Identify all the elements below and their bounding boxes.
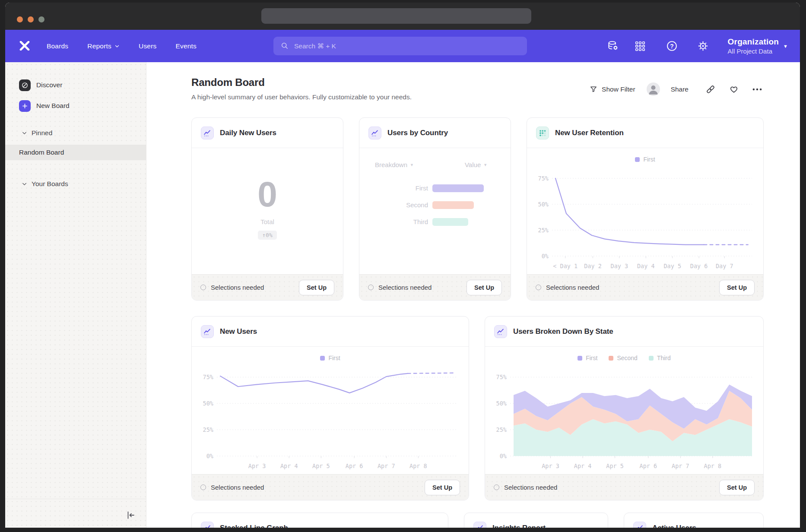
line-chart-icon (201, 325, 214, 338)
set-up-button[interactable]: Set Up (299, 280, 334, 295)
window-zoom-button[interactable] (38, 16, 44, 22)
top-nav: Boards Reports Users Events Search ⌘ + K (5, 30, 800, 62)
search-placeholder: Search ⌘ + K (294, 42, 336, 50)
card-title: Users Broken Down By State (513, 327, 613, 336)
card-stacked-line-graph: Stacked Line Graph (191, 513, 448, 528)
legend-item: First (320, 355, 340, 361)
show-filter-button[interactable]: Show Filter (589, 85, 635, 94)
window-minimize-button[interactable] (28, 16, 34, 22)
card-footer: Selections needed Set Up (192, 474, 469, 500)
sidebar-item-random-board[interactable]: Random Board (5, 145, 146, 160)
svg-text:Day 2: Day 2 (584, 263, 602, 269)
sidebar-section-pinned[interactable]: Pinned (5, 129, 146, 137)
status-circle-icon (200, 285, 206, 290)
status-circle-icon (536, 285, 541, 290)
cards-row-2: New Users First 0%25%50%75%Apr 3Apr 4Apr… (191, 316, 764, 500)
legend-label: Third (657, 355, 671, 361)
collapse-sidebar-icon[interactable] (124, 509, 136, 521)
svg-text:50%: 50% (538, 201, 549, 208)
nav-right-controls: ? Organization All Project Data ▼ (607, 37, 788, 55)
avatar[interactable] (647, 82, 660, 96)
card-header: Users by Country (359, 118, 511, 148)
svg-text:Day 4: Day 4 (637, 263, 655, 269)
nav-item-users[interactable]: Users (139, 42, 156, 50)
cards-row-1: Daily New Users 0 Total ↑0% Selections n… (191, 117, 764, 301)
search-input[interactable]: Search ⌘ + K (273, 37, 527, 55)
mixpanel-logo-icon[interactable] (19, 41, 30, 51)
nav-item-events[interactable]: Events (175, 42, 197, 50)
set-up-button[interactable]: Set Up (425, 480, 460, 495)
board-header: Random Board A high-level summary of use… (191, 76, 764, 101)
card-title: Users by Country (387, 129, 448, 137)
card-users-by-state: Users Broken Down By State FirstSecondTh… (485, 316, 764, 500)
breakdown-row: Third (359, 213, 511, 230)
help-icon[interactable]: ? (666, 40, 679, 53)
card-new-user-retention: New User Retention First 0%25%50%75%< Da… (527, 117, 764, 301)
status-label: Selections needed (378, 284, 432, 291)
set-up-button[interactable]: Set Up (719, 480, 755, 495)
board-actions: Show Filter Share (589, 82, 764, 96)
sidebar-item-new-board[interactable]: New Board (5, 100, 146, 112)
chevron-down-icon[interactable]: ▼ (783, 44, 788, 49)
status-label: Selections needed (546, 284, 599, 291)
metric-label: Total (260, 218, 274, 225)
card-title: Daily New Users (220, 129, 276, 137)
card-header: Users Broken Down By State (485, 317, 763, 347)
nav-item-reports[interactable]: Reports (87, 42, 120, 50)
svg-text:?: ? (670, 43, 673, 50)
status-label: Selections needed (504, 484, 557, 491)
card-header: Stacked Line Graph (192, 513, 448, 528)
svg-text:25%: 25% (538, 227, 549, 234)
sidebar: Discover New Board Pinned Random Board (5, 62, 146, 528)
card-daily-new-users: Daily New Users 0 Total ↑0% Selections n… (191, 117, 343, 301)
svg-text:Apr 7: Apr 7 (378, 462, 395, 469)
card-header: New User Retention (527, 118, 763, 148)
card-users-by-country: Users by Country Breakdown ▼ Value ▼ (359, 117, 511, 301)
new-users-chart: 0%25%50%75%Apr 3Apr 4Apr 5Apr 6Apr 7Apr … (192, 361, 469, 474)
copy-link-icon[interactable] (704, 83, 717, 96)
line-chart-icon (494, 325, 507, 338)
card-footer: Selections needed Set Up (527, 274, 763, 300)
breakdown-rows: FirstSecondThird (359, 180, 511, 230)
value-column-dropdown[interactable]: Value ▼ (465, 161, 487, 168)
sidebar-item-label: Random Board (19, 149, 64, 156)
org-switcher[interactable]: Organization All Project Data (728, 37, 779, 55)
set-up-button[interactable]: Set Up (466, 280, 502, 295)
share-button[interactable]: Share (671, 86, 689, 93)
svg-text:Day 7: Day 7 (716, 263, 733, 269)
card-title: Active Users (652, 524, 696, 528)
breakdown-row-label: Third (359, 218, 428, 225)
nav-item-label: Users (139, 42, 156, 50)
legend-swatch (609, 356, 613, 361)
status-circle-icon (200, 484, 206, 490)
set-up-button[interactable]: Set Up (719, 280, 755, 295)
sidebar-divider (5, 499, 146, 499)
favorite-heart-icon[interactable] (727, 83, 740, 96)
breakdown-row-label: Second (359, 201, 428, 209)
svg-text:Apr 6: Apr 6 (640, 462, 657, 469)
card-title: Stacked Line Graph (220, 524, 288, 528)
svg-text:Apr 3: Apr 3 (248, 462, 266, 469)
status-label: Selections needed (211, 484, 264, 491)
svg-text:75%: 75% (538, 175, 549, 182)
svg-text:0%: 0% (542, 253, 549, 260)
data-management-icon[interactable] (607, 40, 620, 53)
sidebar-section-your-boards[interactable]: Your Boards (5, 180, 146, 188)
cards-row-3: Stacked Line Graph Insights Report (191, 513, 764, 528)
svg-text:50%: 50% (496, 400, 507, 407)
card-title: Insights Report (492, 524, 546, 528)
status: Selections needed (494, 484, 719, 491)
breakdown-column-dropdown[interactable]: Breakdown ▼ (375, 161, 414, 168)
svg-text:Apr 6: Apr 6 (346, 462, 363, 469)
nav-item-boards[interactable]: Boards (47, 42, 68, 50)
legend-swatch (635, 157, 640, 162)
more-options-icon[interactable] (751, 83, 764, 96)
address-bar[interactable] (261, 8, 531, 24)
filter-funnel-icon (589, 85, 598, 94)
settings-gear-icon[interactable] (697, 40, 710, 53)
window-close-button[interactable] (17, 16, 23, 22)
sidebar-item-discover[interactable]: Discover (5, 79, 146, 91)
svg-text:Day 5: Day 5 (663, 263, 681, 269)
apps-grid-icon[interactable] (634, 40, 647, 53)
card-header: Daily New Users (192, 118, 343, 148)
